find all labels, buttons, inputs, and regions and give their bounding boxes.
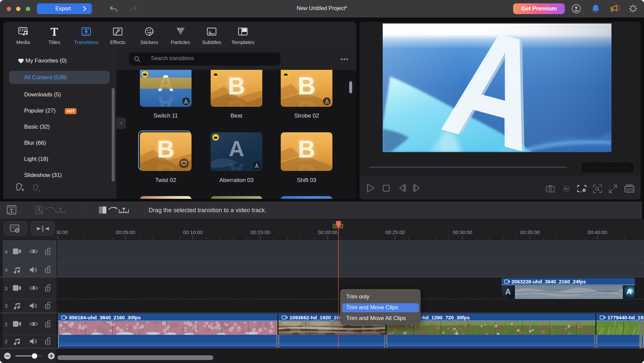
svg-text:00:35:00: 00:35:00 <box>520 229 540 235</box>
svg-text:00:25:00: 00:25:00 <box>385 229 405 235</box>
svg-text:00:05:00: 00:05:00 <box>116 229 135 235</box>
svg-text:00:40:00: 00:40:00 <box>588 229 607 235</box>
svg-text:00:15:00: 00:15:00 <box>251 229 270 235</box>
svg-text:16:9: 16:9 <box>626 187 633 191</box>
svg-text:00:30:00: 00:30:00 <box>453 229 472 235</box>
svg-text:00:20:00: 00:20:00 <box>318 229 337 235</box>
svg-text:00:00:00: 00:00:00 <box>56 229 68 235</box>
svg-text:00:10:00: 00:10:00 <box>183 229 203 235</box>
